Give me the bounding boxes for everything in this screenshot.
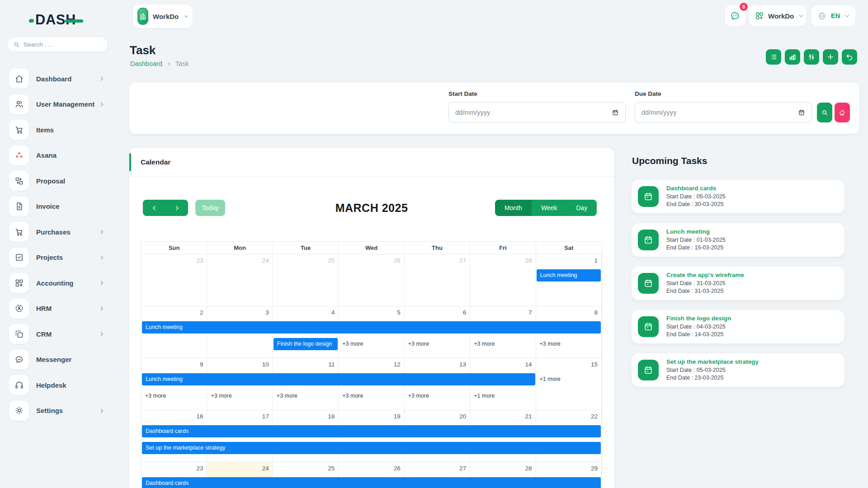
sidebar-item-purchases[interactable]: Purchases [0, 219, 118, 245]
day-number: 12 [394, 361, 401, 368]
calendar-cell-day-25[interactable]: 25 [273, 254, 339, 306]
task-card-body: Finish the logo designStart Date : 04-03… [666, 315, 731, 339]
more-events-link[interactable]: +3 more [408, 338, 429, 350]
calendar-cell-day-23[interactable]: 23 [142, 254, 207, 306]
workspace-switcher[interactable]: WorkDo [133, 5, 193, 28]
more-events-link[interactable]: +3 more [211, 390, 231, 402]
more-events-link[interactable]: +3 more [342, 390, 363, 402]
start-date-field[interactable] [448, 102, 626, 123]
due-date-field[interactable] [635, 102, 812, 123]
calendar-cell-day-27[interactable]: 27 [405, 254, 470, 306]
day-header-wed: Wed [339, 242, 404, 254]
breadcrumb-dashboard-link[interactable]: Dashboard [130, 60, 162, 67]
view-month-button[interactable]: Month [495, 200, 532, 216]
due-date-label: Due Date [635, 90, 661, 97]
day-number: 7 [528, 309, 532, 316]
globe-icon [817, 11, 827, 21]
task-title[interactable]: Lunch meeting [666, 228, 726, 235]
day-number: 1 [594, 257, 598, 264]
task-start-date: Start Date : 05-03-2025 [666, 366, 759, 375]
task-title[interactable]: Dashboard cards [666, 185, 726, 192]
more-events-link[interactable]: +3 more [145, 390, 166, 402]
more-events-link[interactable]: +3 more [474, 338, 495, 350]
sidebar-item-dashboard[interactable]: Dashboard [0, 66, 118, 92]
calendar-card: Calendar Today MARCH 2025 MonthWeekDay S… [129, 148, 614, 488]
calendar-cell-day-26[interactable]: 26 [339, 254, 404, 306]
calendar-event-dashboard-cards[interactable]: Dashboard cards [142, 425, 601, 437]
calendar-day-headers: SunMonTueWedThuFriSat [142, 242, 602, 254]
chevron-right-icon [99, 305, 105, 312]
calendar-event-lunch-meeting[interactable]: Lunch meeting [537, 269, 601, 282]
upcoming-task-card-set-up-the-marketplace-strategy[interactable]: Set up the marketplace strategyStart Dat… [632, 353, 844, 387]
sidebar-item-messenger[interactable]: Messenger [0, 347, 118, 373]
today-button[interactable]: Today [195, 200, 225, 216]
upcoming-task-card-create-the-app-s-wireframe[interactable]: Create the app's wireframeStart Date : 3… [632, 267, 844, 300]
calendar-week-2: 2345678Lunch meetingFinish the logo desi… [142, 306, 602, 358]
more-events-link[interactable]: +1 more [474, 390, 495, 402]
sidebar-item-user-management[interactable]: User Management [0, 92, 118, 117]
more-events-link[interactable]: +3 more [540, 338, 561, 350]
task-title[interactable]: Finish the logo design [666, 315, 731, 322]
calendar-event-lunch-meeting[interactable]: Lunch meeting [142, 373, 535, 385]
calendar-cell-day-28[interactable]: 28 [470, 254, 536, 306]
sidebar-item-settings[interactable]: Settings [0, 398, 118, 424]
next-month-button[interactable] [165, 200, 188, 216]
calendar-icon[interactable] [798, 109, 805, 116]
sidebar-item-helpdesk[interactable]: Helpdesk [0, 372, 118, 398]
sidebar-item-accounting[interactable]: Accounting [0, 270, 118, 296]
view-day-button[interactable]: Day [566, 200, 597, 216]
sidebar-item-label: Accounting [36, 279, 74, 287]
task-card-body: Lunch meetingStart Date : 01-03-2025End … [666, 228, 726, 252]
report-button[interactable] [785, 49, 800, 65]
create-task-button[interactable] [823, 49, 838, 65]
prev-month-button[interactable] [143, 200, 165, 216]
language-dropdown[interactable]: EN [811, 5, 855, 26]
more-events-link[interactable]: +3 more [408, 390, 429, 402]
bar-chart-icon [788, 53, 797, 61]
sidebar-item-projects[interactable]: Projects [0, 245, 118, 271]
calendar-icon[interactable] [612, 109, 619, 116]
upcoming-task-card-lunch-meeting[interactable]: Lunch meetingStart Date : 01-03-2025End … [632, 223, 844, 257]
chevron-right-icon [99, 280, 105, 286]
calendar-event-lunch-meeting[interactable]: Lunch meeting [142, 321, 601, 333]
task-end-date: End Date : 14-03-2025 [666, 331, 731, 339]
task-title[interactable]: Create the app's wireframe [666, 272, 744, 278]
search-input[interactable] [24, 41, 102, 48]
sidebar-item-label: Settings [36, 407, 63, 414]
sidebar-item-items[interactable]: Items [0, 117, 118, 143]
day-number: 18 [328, 413, 335, 420]
view-week-button[interactable]: Week [532, 200, 567, 216]
sidebar-item-proposal[interactable]: Proposal [0, 168, 118, 194]
sidebar-item-crm[interactable]: CRM [0, 321, 118, 347]
more-events-link[interactable]: +1 more [540, 373, 561, 385]
sidebar-search[interactable] [7, 37, 108, 52]
task-card-body: Dashboard cardsStart Date : 05-03-2025En… [666, 185, 726, 209]
calendar-cell-day-24[interactable]: 24 [207, 254, 273, 306]
company-dropdown[interactable]: WorkDo [749, 5, 806, 26]
messages-button[interactable]: 0 [725, 5, 745, 26]
kanban-view-button[interactable] [804, 49, 819, 65]
list-view-button[interactable] [766, 49, 781, 65]
due-date-input[interactable] [642, 109, 794, 116]
upcoming-task-card-finish-the-logo-design[interactable]: Finish the logo designStart Date : 04-03… [632, 310, 844, 343]
start-date-input[interactable] [455, 109, 608, 116]
filter-search-button[interactable] [817, 103, 832, 122]
sidebar-item-asana[interactable]: Asana [0, 143, 118, 169]
task-title[interactable]: Set up the marketplace strategy [666, 358, 759, 365]
sidebar-item-hrm[interactable]: HRM [0, 296, 118, 322]
calendar-event-finish-the-logo-design[interactable]: Finish the logo design [274, 338, 338, 350]
day-number: 24 [262, 465, 269, 472]
calendar-event-set-up-the-marketplace-strategy[interactable]: Set up the marketplace strategy [142, 442, 601, 454]
calendar-icon [638, 273, 659, 294]
filter-reset-button[interactable] [835, 103, 850, 122]
gear-icon [9, 401, 29, 421]
sidebar-item-label: Helpdesk [36, 381, 66, 389]
calendar-event-dashboard-cards[interactable]: Dashboard cards [142, 477, 601, 488]
task-card-body: Create the app's wireframeStart Date : 3… [666, 272, 744, 296]
more-events-link[interactable]: +3 more [277, 390, 297, 402]
sidebar-item-label: HRM [36, 305, 52, 312]
back-button[interactable] [842, 49, 857, 65]
more-events-link[interactable]: +3 more [342, 338, 363, 350]
sidebar-item-invoice[interactable]: Invoice [0, 194, 118, 220]
upcoming-task-card-dashboard-cards[interactable]: Dashboard cardsStart Date : 05-03-2025En… [632, 180, 844, 213]
